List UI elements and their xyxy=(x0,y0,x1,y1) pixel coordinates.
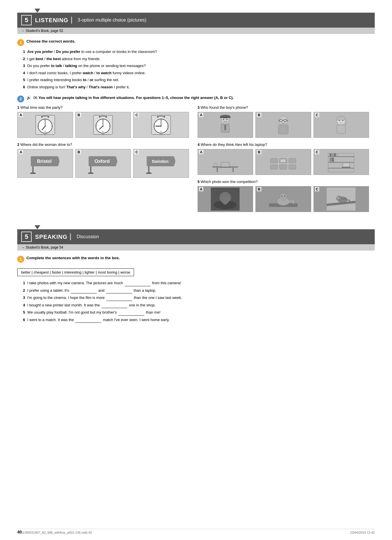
label-a: A xyxy=(199,187,203,191)
classroom-svg xyxy=(269,150,298,173)
item-slash: / xyxy=(94,71,96,75)
item-text: Do you prefer xyxy=(27,64,51,68)
item-text: I prefer using a tablet. It's xyxy=(27,288,70,293)
label-a: A xyxy=(199,150,203,154)
library-svg xyxy=(327,150,355,173)
label-b: B xyxy=(257,150,261,154)
svg-point-76 xyxy=(214,163,217,164)
q2-images: A Bristol B xyxy=(17,149,189,178)
q2-image-b: B Oxford xyxy=(75,149,131,178)
q2-text: 2 Where did the woman drive to? xyxy=(17,142,189,147)
item-num: 2 xyxy=(23,288,25,293)
svg-rect-44 xyxy=(90,166,91,173)
q5-image-b: B xyxy=(255,186,311,212)
svg-point-66 xyxy=(339,120,340,121)
item-num: 3 xyxy=(23,64,25,68)
svg-rect-90 xyxy=(332,153,334,156)
q3-image-b: B xyxy=(255,112,311,138)
triangle-decoration xyxy=(35,9,40,13)
item-num: 4 xyxy=(23,303,25,307)
svg-rect-53 xyxy=(220,117,230,118)
q4-image-a: A xyxy=(198,149,253,175)
person-a-svg xyxy=(215,114,235,136)
q4-image-c: C xyxy=(313,149,369,175)
svg-rect-49 xyxy=(148,166,150,173)
item-bold1: to talk xyxy=(51,64,62,68)
listening-exercise1: 1 Choose the correct words. 1 Are you pr… xyxy=(17,39,375,90)
q2-image-a: A Bristol xyxy=(17,149,73,178)
item-text: I prefer reading interesting books xyxy=(27,78,83,82)
list-item: 2 I get best / the best advice from my f… xyxy=(23,56,375,62)
svg-point-107 xyxy=(281,196,282,197)
q3-number: 3 xyxy=(198,105,200,110)
label-c: C xyxy=(135,113,139,117)
ex2-instruction-text: You will hear people talking in five dif… xyxy=(39,96,234,100)
item-slash: / xyxy=(87,78,89,82)
svg-rect-91 xyxy=(334,153,336,156)
item-num: 1 xyxy=(23,281,25,285)
label-c: C xyxy=(135,150,139,154)
svg-rect-78 xyxy=(280,165,287,169)
svg-point-54 xyxy=(223,119,224,120)
clock-b-svg: 12 3 6 9 xyxy=(93,115,113,135)
svg-text:3: 3 xyxy=(51,125,52,127)
item-rest: than me! xyxy=(146,310,160,314)
list-item: 4 I bought a new printer last month. It … xyxy=(23,302,375,308)
list-item: 3 I'm going to the cinema. I hope the fi… xyxy=(23,295,375,301)
svg-rect-70 xyxy=(217,168,218,172)
audio-icon: 🔊 xyxy=(26,96,31,100)
svg-rect-40 xyxy=(30,173,36,174)
svg-point-67 xyxy=(342,120,343,121)
item-bold2: That's reason xyxy=(89,85,113,89)
label-b: B xyxy=(257,113,261,117)
q1-text: 1 What time was the party? xyxy=(17,105,189,110)
question-3: 3 Who found the boy's phone? A xyxy=(198,105,369,138)
question-2: 2 Where did the woman drive to? A Bristo… xyxy=(17,142,189,178)
question-1: 1 What time was the party? A 12 xyxy=(17,105,189,138)
q4-text: 4 Where do they think Alex left his lapt… xyxy=(198,142,369,147)
svg-rect-84 xyxy=(280,159,286,162)
list-item: 1 Are you prefer / Do you prefer to use … xyxy=(23,49,375,55)
blank-1 xyxy=(125,280,150,286)
footer-isbn: 9781380031907_A2_WB_withKey_p001-136.ind… xyxy=(17,531,92,534)
item-rest: advice from my friends. xyxy=(62,57,100,61)
svg-marker-42 xyxy=(116,156,117,166)
ex2-instruction: 🔊 06 You will hear people talking in fiv… xyxy=(26,96,234,100)
svg-rect-71 xyxy=(232,168,234,172)
label-b: B xyxy=(257,187,261,191)
word-box: better | cheapest | faster | interesting… xyxy=(17,268,134,276)
q3-question: Who found the boy's phone? xyxy=(200,105,248,110)
section-number-speaking: 5 xyxy=(21,232,32,242)
triangle-decoration-2 xyxy=(35,225,40,229)
spex1-instruction: Complete the sentences with the words in… xyxy=(26,256,120,260)
label-c: C xyxy=(315,113,319,117)
svg-point-10 xyxy=(48,116,49,117)
q1-question: What time was the party? xyxy=(20,105,63,110)
item-bold1: That's why xyxy=(66,85,86,89)
label-c: C xyxy=(315,150,319,154)
sign-swindon-svg: Swindon xyxy=(145,152,177,175)
svg-point-21 xyxy=(99,116,100,117)
svg-rect-74 xyxy=(219,167,231,168)
svg-rect-82 xyxy=(289,159,296,163)
q3-image-c: C xyxy=(313,112,369,138)
item-rest: one in the shop. xyxy=(129,303,156,307)
q3-text: 3 Who found the boy's phone? xyxy=(198,105,369,110)
blank-6 xyxy=(75,317,101,323)
svg-rect-94 xyxy=(332,158,334,162)
svg-text:6: 6 xyxy=(45,131,46,133)
listening-exercise2: 2 🔊 06 You will hear people talking in f… xyxy=(17,96,375,217)
item-num: 5 xyxy=(23,78,25,82)
section-divider xyxy=(71,17,72,24)
list-item: 6 I went to a match. It was the match I'… xyxy=(23,317,375,323)
item-num: 4 xyxy=(23,71,25,75)
listening-title: LISTENING xyxy=(35,17,68,24)
item-bold2: Do you prefer xyxy=(56,49,81,54)
list-item: 5 We usually play football. I'm not good… xyxy=(23,310,375,316)
blank-5 xyxy=(118,310,144,316)
item-num: 6 xyxy=(23,85,25,89)
svg-point-108 xyxy=(284,196,285,197)
q1-number: 1 xyxy=(17,105,19,110)
ex1-instruction: Choose the correct words. xyxy=(26,39,75,43)
q3-image-a: A xyxy=(198,112,253,138)
